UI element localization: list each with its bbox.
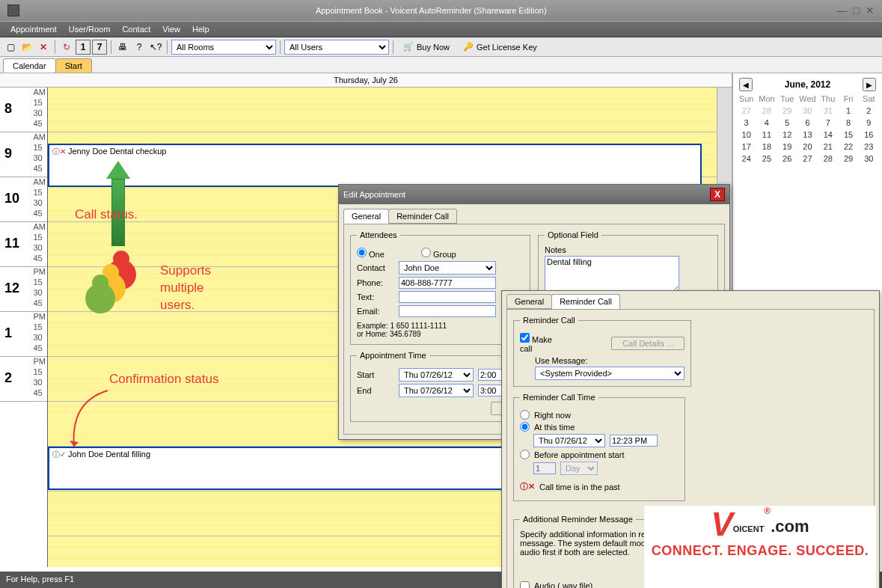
cart-icon: 🛒 xyxy=(403,42,414,52)
menu-appointment[interactable]: Appointment xyxy=(4,25,63,34)
radio-one[interactable] xyxy=(357,248,367,257)
rooms-select[interactable]: All Rooms xyxy=(171,40,276,55)
dialog-titlebar[interactable]: Edit Appointment X xyxy=(339,185,729,204)
tab-reminder-call[interactable]: Reminder Call xyxy=(388,209,457,224)
cal-day[interactable]: 1 xyxy=(838,105,858,117)
week-view-icon[interactable]: 7 xyxy=(92,40,107,55)
make-call-checkbox[interactable] xyxy=(520,333,530,343)
radio-group[interactable] xyxy=(421,248,431,257)
appointment-label: Jenny Doe Dental checkup xyxy=(68,147,166,156)
cal-day[interactable]: 31 xyxy=(818,105,838,117)
cal-day[interactable]: 8 xyxy=(838,117,858,129)
day-view-icon[interactable]: 1 xyxy=(76,40,91,55)
get-license-button[interactable]: 🔑Get License Key xyxy=(457,40,543,55)
call-details-button[interactable]: Call Details ... xyxy=(611,337,685,350)
phone-field[interactable] xyxy=(399,277,496,289)
email-field[interactable] xyxy=(399,305,496,317)
annotation-call-status: Call status. xyxy=(75,207,138,222)
cal-day[interactable]: 28 xyxy=(756,105,777,117)
cal-day[interactable]: 28 xyxy=(818,153,838,165)
cal-day[interactable]: 17 xyxy=(736,141,756,153)
cal-next-button[interactable]: ▶ xyxy=(863,78,876,91)
cal-day[interactable]: 27 xyxy=(797,153,818,165)
cal-day[interactable]: 20 xyxy=(797,141,818,153)
use-message-select[interactable]: <System Provided> xyxy=(535,367,685,380)
annotation-arrow-up xyxy=(106,161,130,243)
cal-day[interactable]: 23 xyxy=(859,141,879,153)
voicent-logo: VOICENT®.com CONNECT. ENGAGE. SUCCEED. xyxy=(644,506,876,588)
cal-day[interactable]: 2 xyxy=(859,105,879,117)
new-icon[interactable]: ▢ xyxy=(3,40,18,55)
radio-right-now[interactable] xyxy=(520,410,530,420)
text-field[interactable] xyxy=(399,291,496,303)
cal-day[interactable]: 14 xyxy=(818,129,838,141)
cal-day[interactable]: 15 xyxy=(838,129,858,141)
cal-day[interactable]: 27 xyxy=(736,105,756,117)
cal-day[interactable]: 24 xyxy=(736,153,756,165)
cal-day[interactable]: 18 xyxy=(756,141,777,153)
contact-select[interactable]: John Doe xyxy=(399,261,496,275)
cal-day[interactable]: 3 xyxy=(736,117,756,129)
key-icon: 🔑 xyxy=(463,42,474,52)
notes-field[interactable]: Dental filling xyxy=(545,256,679,293)
cal-day[interactable]: 9 xyxy=(859,117,879,129)
minimize-button[interactable]: — xyxy=(837,4,848,16)
cal-day[interactable]: 12 xyxy=(777,129,797,141)
users-select[interactable]: All Users xyxy=(284,40,389,55)
cal-day[interactable]: 16 xyxy=(859,129,879,141)
cal-day[interactable]: 5 xyxy=(777,117,797,129)
print-icon[interactable]: 🖶 xyxy=(115,40,130,55)
cal-day[interactable]: 10 xyxy=(736,129,756,141)
cal-day[interactable]: 26 xyxy=(777,153,797,165)
buy-now-button[interactable]: 🛒Buy Now xyxy=(397,40,456,55)
cal-month-label: June, 2012 xyxy=(785,79,830,90)
cal-day[interactable]: 13 xyxy=(797,129,818,141)
dialog-close-icon[interactable]: X xyxy=(710,188,725,201)
cal-prev-button[interactable]: ◀ xyxy=(739,78,753,91)
cal-day[interactable]: 19 xyxy=(777,141,797,153)
radio-at-this-time[interactable] xyxy=(520,422,530,432)
call-status-icon: ⓘ✕ xyxy=(52,147,66,157)
warning-text: Call time is in the past xyxy=(539,483,620,491)
app-icon xyxy=(7,4,19,16)
rct-date-select[interactable]: Thu 07/26/12 xyxy=(533,434,605,447)
help-icon[interactable]: ? xyxy=(132,40,147,55)
annotation-supports-line3: users. xyxy=(160,298,195,313)
fieldset-appt-time: Appointment Time xyxy=(357,351,429,360)
dialog-title: Edit Appointment xyxy=(343,190,405,199)
refresh-icon[interactable]: ↻ xyxy=(59,40,74,55)
radio-before-start[interactable] xyxy=(520,450,530,459)
cal-day[interactable]: 4 xyxy=(756,117,777,129)
menu-help[interactable]: Help xyxy=(186,25,215,34)
cal-day[interactable]: 29 xyxy=(838,153,858,165)
tab-general[interactable]: General xyxy=(343,209,389,224)
menu-contact[interactable]: Contact xyxy=(116,25,156,34)
cal-day[interactable]: 6 xyxy=(797,117,818,129)
rct-time-field[interactable] xyxy=(610,435,658,447)
cal-day[interactable]: 21 xyxy=(818,141,838,153)
cal-day[interactable]: 30 xyxy=(859,153,879,165)
open-icon[interactable]: 📂 xyxy=(19,40,34,55)
menu-view[interactable]: View xyxy=(156,25,186,34)
whatsthis-icon[interactable]: ↖? xyxy=(148,40,163,55)
end-date-select[interactable]: Thu 07/26/12 xyxy=(399,384,474,397)
cal-day[interactable]: 29 xyxy=(777,105,797,117)
close-button[interactable]: ✕ xyxy=(866,4,875,16)
maximize-button[interactable]: □ xyxy=(854,4,860,16)
cal-day[interactable]: 30 xyxy=(797,105,818,117)
tab-start[interactable]: Start xyxy=(55,58,92,73)
cal-day[interactable]: 25 xyxy=(756,153,777,165)
cal-day[interactable]: 7 xyxy=(818,117,838,129)
audio-checkbox[interactable] xyxy=(520,581,530,589)
start-date-select[interactable]: Thu 07/26/12 xyxy=(399,368,474,382)
annotation-supports-line2: multiple xyxy=(160,281,204,295)
tab-reminder-call-2[interactable]: Reminder Call xyxy=(551,294,620,309)
cal-day[interactable]: 22 xyxy=(838,141,858,153)
menu-user-room[interactable]: User/Room xyxy=(63,25,117,34)
delete-icon[interactable]: ✕ xyxy=(36,40,51,55)
cal-day[interactable]: 11 xyxy=(756,129,777,141)
appointment-item[interactable]: ⓘ✕ Jenny Doe Dental checkup xyxy=(48,144,702,187)
tab-general-2[interactable]: General xyxy=(506,294,552,309)
tab-calendar[interactable]: Calendar xyxy=(3,58,56,73)
use-message-label: Use Message: xyxy=(535,356,685,365)
